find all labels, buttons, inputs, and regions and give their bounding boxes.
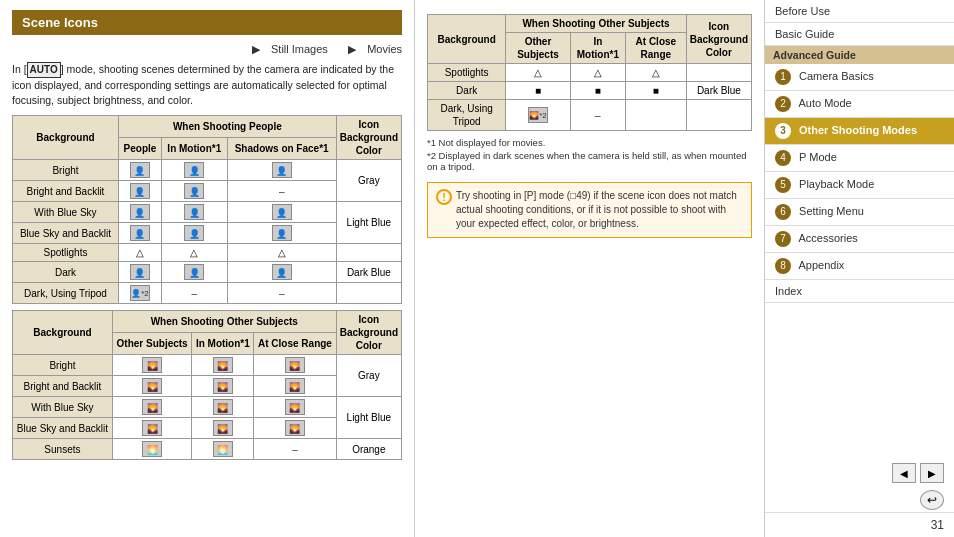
shadows-col: Shadows on Face*1 — [227, 138, 336, 160]
table-row: Dark, Using Tripod 👤*2 – – — [13, 283, 402, 304]
nav-label-6: Setting Menu — [799, 205, 864, 217]
nav-label-7: Accessories — [798, 232, 857, 244]
close-range-col2: At Close Range — [626, 33, 687, 64]
nav-advanced-guide: Advanced Guide — [765, 46, 954, 64]
nav-item-6[interactable]: 6 Setting Menu — [765, 199, 954, 226]
notice-text: Try shooting in [P] mode (□49) if the sc… — [456, 189, 743, 231]
table-row: With Blue Sky 🌄 🌄 🌄 Light Blue — [13, 397, 402, 418]
movies-label: Movies — [367, 43, 402, 55]
nav-item-4[interactable]: 4 P Mode — [765, 145, 954, 172]
nav-label-5: Playback Mode — [799, 178, 874, 190]
still-arrow: ▶ — [252, 43, 260, 55]
other-subjects-col2: Other Subjects — [506, 33, 570, 64]
other-shooting-table: Background When Shooting Other Subjects … — [427, 14, 752, 131]
still-movies-row: ▶ Still Images ▶ Movies — [12, 43, 402, 56]
nav-num-1: 1 — [775, 69, 791, 85]
section-title: Scene Icons — [12, 10, 402, 35]
bg-header: Background — [13, 116, 119, 160]
nav-item-2[interactable]: 2 Auto Mode — [765, 91, 954, 118]
motion-col2: In Motion*1 — [192, 333, 254, 355]
notice-icon: ! — [436, 189, 452, 205]
nav-num-6: 6 — [775, 204, 791, 220]
nav-index[interactable]: Index — [765, 280, 954, 303]
nav-item-7[interactable]: 7 Accessories — [765, 226, 954, 253]
page-number: 31 — [765, 512, 954, 537]
icon-bg-header2: Icon Background Color — [336, 311, 401, 355]
footnote-2: *2 Displayed in dark scenes when the cam… — [427, 150, 752, 172]
nav-num-4: 4 — [775, 150, 791, 166]
table-row: Bright 👤 👤 👤 Gray — [13, 160, 402, 181]
bg-header2: Background — [13, 311, 113, 355]
icon-bg-header3: Icon Background Color — [686, 15, 751, 64]
notice-box: ! Try shooting in [P] mode (□49) if the … — [427, 182, 752, 238]
right-panel: Before Use Basic Guide Advanced Guide 1 … — [765, 0, 954, 537]
still-label: Still Images — [271, 43, 328, 55]
nav-num-5: 5 — [775, 177, 791, 193]
nav-item-8[interactable]: 8 Appendix — [765, 253, 954, 280]
footnote-1: *1 Not displayed for movies. — [427, 137, 752, 148]
footnotes-area: *1 Not displayed for movies. *2 Displaye… — [427, 137, 752, 172]
icon-bg-header: Icon Background Color — [336, 116, 401, 160]
nav-num-3: 3 — [775, 123, 791, 139]
table-row: Spotlights △ △ △ — [428, 64, 752, 82]
close-range-col: At Close Range — [254, 333, 336, 355]
bottom-nav: ◀ ▶ — [765, 458, 954, 488]
description-text: In [AUTO] mode, shooting scenes determin… — [12, 62, 402, 107]
next-button[interactable]: ▶ — [920, 463, 944, 483]
nav-item-5[interactable]: 5 Playback Mode — [765, 172, 954, 199]
nav-before-use[interactable]: Before Use — [765, 0, 954, 23]
nav-item-3[interactable]: 3 Other Shooting Modes — [765, 118, 954, 145]
table-row: Sunsets 🌅 🌅 – Orange — [13, 439, 402, 460]
other-subjects-col: Other Subjects — [112, 333, 192, 355]
table-row: With Blue Sky 👤 👤 👤 Light Blue — [13, 202, 402, 223]
table-row: Bright 🌄 🌄 🌄 Gray — [13, 355, 402, 376]
table-row: Dark 👤 👤 👤 Dark Blue — [13, 262, 402, 283]
other-header: When Shooting Other Subjects — [112, 311, 336, 333]
nav-label-8: Appendix — [798, 259, 844, 271]
nav-label-2: Auto Mode — [798, 97, 851, 109]
motion-col3: In Motion*1 — [570, 33, 625, 64]
other-shooting-header: When Shooting Other Subjects — [506, 15, 686, 33]
nav-num-2: 2 — [775, 96, 791, 112]
nav-label-3: Other Shooting Modes — [799, 124, 917, 136]
nav-item-1[interactable]: 1 Camera Basics — [765, 64, 954, 91]
middle-panel: Background When Shooting Other Subjects … — [415, 0, 765, 537]
home-button[interactable]: ↩ — [920, 490, 944, 510]
nav-basic-guide[interactable]: Basic Guide — [765, 23, 954, 46]
table-row: Dark, Using Tripod 🌄*2 – — [428, 100, 752, 131]
table-row: Dark ■ ■ ■ Dark Blue — [428, 82, 752, 100]
people-header: When Shooting People — [118, 116, 336, 138]
table-row: Spotlights △ △ △ — [13, 244, 402, 262]
nav-num-8: 8 — [775, 258, 791, 274]
nav-num-7: 7 — [775, 231, 791, 247]
nav-label-4: P Mode — [799, 151, 837, 163]
shooting-other-table: Background When Shooting Other Subjects … — [12, 310, 402, 460]
prev-button[interactable]: ◀ — [892, 463, 916, 483]
motion-col: In Motion*1 — [161, 138, 227, 160]
movies-arrow: ▶ — [348, 43, 356, 55]
shooting-people-table: Background When Shooting People Icon Bac… — [12, 115, 402, 304]
people-col: People — [118, 138, 161, 160]
left-panel: Scene Icons ▶ Still Images ▶ Movies In [… — [0, 0, 415, 537]
nav-label-1: Camera Basics — [799, 70, 874, 82]
bg-header3: Background — [428, 15, 506, 64]
